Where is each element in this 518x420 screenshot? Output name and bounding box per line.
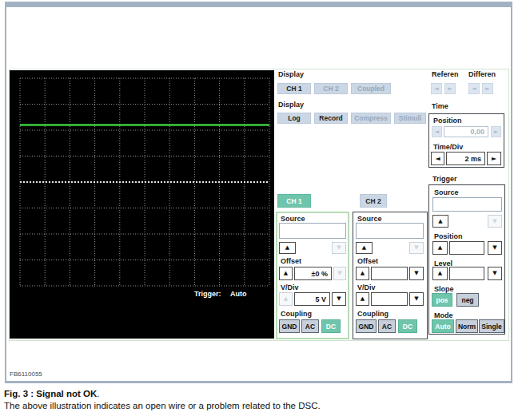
tab-ch2[interactable]: CH 2 bbox=[360, 194, 387, 208]
figure-caption-body: The above illustration indicates an open… bbox=[4, 401, 321, 410]
ch1-offset-down-button[interactable]: ▼ bbox=[333, 267, 346, 280]
trigger-mode-label: Mode bbox=[434, 312, 453, 319]
trigger-mode-single-button[interactable]: Single bbox=[479, 319, 504, 333]
time-position-value-field[interactable]: 0,00 bbox=[444, 126, 488, 137]
ch1-vdiv-label: V/Div bbox=[281, 284, 299, 291]
trigger-mode-norm-button[interactable]: Norm bbox=[456, 319, 478, 333]
trigger-level-down-button[interactable]: ▼ bbox=[488, 267, 502, 280]
display-compress-button[interactable]: Compress bbox=[351, 113, 391, 124]
reference-prev-button[interactable]: ◄ bbox=[431, 83, 442, 94]
scope-grid-and-trace-icon bbox=[10, 70, 274, 339]
trigger-position-up-button[interactable]: ▲ bbox=[432, 241, 448, 255]
trigger-slope-label: Slope bbox=[434, 286, 454, 293]
down-arrow-icon: ▼ bbox=[492, 219, 496, 224]
down-arrow-icon: ▼ bbox=[337, 245, 341, 251]
ch2-source-up-button[interactable]: ▲ bbox=[356, 242, 373, 254]
time-div-label: Time/Div bbox=[433, 144, 463, 151]
down-arrow-icon: ▼ bbox=[492, 245, 496, 251]
up-arrow-icon: ▲ bbox=[438, 245, 442, 251]
oscilloscope-display: Trigger: Auto bbox=[10, 70, 274, 339]
ch2-vdiv-field[interactable] bbox=[371, 292, 408, 306]
ch1-vdiv-up-button[interactable]: ▲ bbox=[279, 292, 293, 306]
up-arrow-icon: ▲ bbox=[438, 219, 442, 224]
up-arrow-icon: ▲ bbox=[284, 296, 288, 302]
ch2-coupling-dc-button[interactable]: DC bbox=[398, 319, 417, 333]
time-div-value-field[interactable]: 2 ms bbox=[446, 152, 485, 165]
trigger-source-up-button[interactable]: ▲ bbox=[432, 215, 448, 228]
reference-label: Referen bbox=[432, 71, 459, 78]
ch1-vdiv-field[interactable]: 5 V bbox=[294, 292, 330, 306]
right-arrow-icon: ► bbox=[494, 129, 498, 135]
trigger-source-field[interactable] bbox=[432, 197, 502, 212]
display-ch1-button[interactable]: CH 1 bbox=[277, 83, 311, 94]
left-arrow-icon: ◄ bbox=[435, 129, 439, 135]
display-coupled-button[interactable]: Coupled bbox=[351, 83, 391, 94]
ch1-coupling-gnd-button[interactable]: GND bbox=[279, 319, 300, 333]
trigger-mode-auto-button[interactable]: Auto bbox=[432, 319, 454, 333]
ch2-vdiv-down-button[interactable]: ▼ bbox=[409, 292, 424, 306]
down-arrow-icon: ▼ bbox=[414, 245, 418, 251]
tab-ch1[interactable]: CH 1 bbox=[277, 194, 311, 208]
ch1-offset-up-button[interactable]: ▲ bbox=[279, 267, 293, 280]
time-position-increase-button[interactable]: ► bbox=[491, 126, 501, 137]
difference-prev-button[interactable]: ◄ bbox=[468, 83, 480, 94]
figure-caption-title: Fig. 3 : Signal not OK. bbox=[4, 389, 99, 398]
reference-next-button[interactable]: ► bbox=[444, 83, 456, 94]
ch1-offset-field[interactable]: ±0 % bbox=[294, 267, 332, 280]
ch2-coupling-gnd-button[interactable]: GND bbox=[356, 319, 377, 333]
ch2-offset-down-button[interactable]: ▼ bbox=[409, 267, 424, 280]
left-arrow-icon: ◄ bbox=[472, 86, 476, 92]
up-arrow-icon: ▲ bbox=[284, 271, 288, 276]
up-arrow-icon: ▲ bbox=[438, 271, 442, 276]
ch1-offset-label: Offset bbox=[281, 258, 301, 265]
trigger-slope-pos-button[interactable]: pos bbox=[432, 293, 452, 307]
difference-next-button[interactable]: ► bbox=[482, 83, 493, 94]
right-arrow-icon: ► bbox=[492, 156, 496, 162]
time-div-decrease-button[interactable]: ◄ bbox=[431, 152, 444, 165]
trigger-position-label: Position bbox=[434, 233, 463, 240]
display-channels-label: Display bbox=[278, 71, 304, 78]
trigger-level-field[interactable] bbox=[449, 267, 484, 280]
right-arrow-icon: ► bbox=[448, 86, 452, 92]
time-div-increase-button[interactable]: ► bbox=[487, 152, 501, 165]
ch1-source-down-button[interactable]: ▼ bbox=[332, 242, 346, 254]
ch2-vdiv-up-button[interactable]: ▲ bbox=[356, 292, 369, 306]
ch2-source-field[interactable] bbox=[356, 223, 424, 239]
down-arrow-icon: ▼ bbox=[337, 296, 341, 302]
display-log-button[interactable]: Log bbox=[277, 113, 311, 124]
trigger-level-up-button[interactable]: ▲ bbox=[432, 267, 448, 280]
trigger-slope-neg-button[interactable]: neg bbox=[456, 293, 479, 307]
ch1-coupling-ac-button[interactable]: AC bbox=[301, 319, 319, 333]
up-arrow-icon: ▲ bbox=[361, 271, 365, 276]
up-arrow-icon: ▲ bbox=[362, 245, 366, 251]
ch2-source-down-button[interactable]: ▼ bbox=[409, 242, 424, 254]
ch2-offset-field[interactable] bbox=[371, 267, 408, 280]
ch1-vdiv-down-button[interactable]: ▼ bbox=[332, 292, 346, 306]
ch2-coupling-label: Coupling bbox=[357, 311, 388, 318]
ch2-coupling-ac-button[interactable]: AC bbox=[378, 319, 396, 333]
ch2-offset-up-button[interactable]: ▲ bbox=[356, 267, 369, 280]
down-arrow-icon: ▼ bbox=[492, 271, 496, 276]
ch2-vdiv-label: V/Div bbox=[357, 284, 376, 291]
trigger-position-field[interactable] bbox=[449, 241, 484, 255]
figure-caption-period: . bbox=[97, 389, 99, 398]
up-arrow-icon: ▲ bbox=[285, 245, 289, 251]
display-ch2-button[interactable]: CH 2 bbox=[314, 83, 348, 94]
trigger-source-down-button[interactable]: ▼ bbox=[488, 215, 502, 228]
ch1-source-field[interactable] bbox=[279, 223, 346, 239]
document-page: { "figure": { "code": "FB6110055", "capt… bbox=[0, 0, 518, 420]
ch1-source-up-button[interactable]: ▲ bbox=[279, 242, 296, 254]
time-position-decrease-button[interactable]: ◄ bbox=[432, 126, 442, 137]
scope-trigger-label: Trigger: bbox=[194, 290, 221, 298]
ch1-source-label: Source bbox=[281, 216, 305, 223]
left-arrow-icon: ◄ bbox=[435, 156, 440, 162]
display-record-button[interactable]: Record bbox=[314, 113, 348, 124]
down-arrow-icon: ▼ bbox=[337, 271, 341, 276]
trigger-label: Trigger bbox=[432, 176, 457, 183]
down-arrow-icon: ▼ bbox=[414, 296, 418, 302]
display-stimuli-button[interactable]: Stimuli bbox=[394, 113, 426, 124]
trigger-position-down-button[interactable]: ▼ bbox=[488, 241, 502, 255]
time-position-label: Position bbox=[433, 117, 462, 125]
ch1-coupling-dc-button[interactable]: DC bbox=[321, 319, 341, 333]
difference-label: Differen bbox=[468, 71, 496, 78]
